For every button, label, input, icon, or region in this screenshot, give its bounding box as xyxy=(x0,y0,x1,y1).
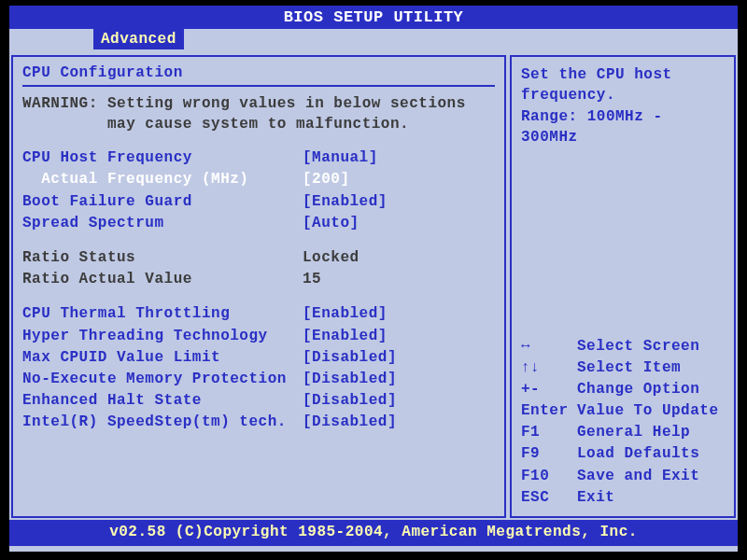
warning-text: WARNING: Setting wrong values in below s… xyxy=(22,94,495,134)
setting-cpu-thermal-throttling[interactable]: CPU Thermal Throttling [Enabled] xyxy=(22,303,495,325)
setting-value: [Enabled] xyxy=(303,191,495,213)
setting-value: [Manual] xyxy=(303,147,495,169)
key-desc: Select Item xyxy=(577,357,681,379)
info-label: Ratio Status xyxy=(22,247,303,269)
setting-no-execute-memory-protection[interactable]: No-Execute Memory Protection [Disabled] xyxy=(22,369,495,390)
key-select-screen: ↔Select Screen xyxy=(521,336,725,357)
setting-label: Boot Failure Guard xyxy=(22,191,303,213)
setting-value: [Disabled] xyxy=(303,390,495,412)
key-glyph: F10 xyxy=(521,466,577,487)
help-line: frequency. xyxy=(521,85,725,105)
key-load-defaults: F9Load Defaults xyxy=(521,443,725,465)
setting-label: No-Execute Memory Protection xyxy=(22,369,303,390)
key-glyph: ESC xyxy=(521,487,577,509)
title-bar: BIOS SETUP UTILITY xyxy=(9,6,738,29)
info-value: 15 xyxy=(303,269,495,290)
key-glyph: Enter xyxy=(521,400,577,422)
setting-enhanced-halt-state[interactable]: Enhanced Halt State [Disabled] xyxy=(22,390,495,412)
key-legend: ↔Select Screen ↑↓Select Item +-Change Op… xyxy=(521,336,725,510)
warning-line-2: may cause system to malfunction. xyxy=(107,116,409,133)
setting-label: CPU Host Frequency xyxy=(22,147,303,169)
key-desc: General Help xyxy=(577,422,690,443)
key-glyph: ↑↓ xyxy=(521,357,577,379)
warning-label: WARNING: xyxy=(22,95,98,112)
setting-value: [Disabled] xyxy=(303,347,495,369)
setting-label: Enhanced Halt State xyxy=(22,390,303,412)
setting-label: Max CPUID Value Limit xyxy=(22,347,303,369)
key-desc: Select Screen xyxy=(577,336,699,357)
section-heading: CPU Configuration xyxy=(22,64,495,81)
setting-value: [Disabled] xyxy=(303,369,495,390)
key-glyph: +- xyxy=(521,379,577,400)
setting-hyper-threading[interactable]: Hyper Threading Technology [Enabled] xyxy=(22,326,495,347)
info-label: Ratio Actual Value xyxy=(22,269,303,290)
setting-cpu-host-frequency[interactable]: CPU Host Frequency [Manual] xyxy=(22,147,495,169)
key-desc: Save and Exit xyxy=(577,466,699,487)
setting-value: [200] xyxy=(303,169,495,190)
divider xyxy=(22,85,495,87)
setting-intel-speedstep[interactable]: Intel(R) SpeedStep(tm) tech. [Disabled] xyxy=(22,412,495,433)
setting-label: CPU Thermal Throttling xyxy=(22,303,303,325)
help-line: Set the CPU host xyxy=(521,64,725,85)
info-ratio-status: Ratio Status Locked xyxy=(22,247,495,269)
setting-max-cpuid-limit[interactable]: Max CPUID Value Limit [Disabled] xyxy=(22,347,495,369)
footer-copyright: v02.58 (C)Copyright 1985-2004, American … xyxy=(9,520,738,546)
key-desc: Exit xyxy=(577,487,614,509)
setting-value: [Enabled] xyxy=(303,303,495,325)
key-desc: Load Defaults xyxy=(577,443,699,465)
setting-actual-frequency[interactable]: Actual Frequency (MHz) [200] xyxy=(22,169,495,190)
key-exit: ESCExit xyxy=(521,487,725,509)
info-value: Locked xyxy=(303,247,495,269)
key-glyph: ↔ xyxy=(521,336,577,357)
settings-panel: CPU Configuration WARNING: Setting wrong… xyxy=(11,55,506,518)
key-save-and-exit: F10Save and Exit xyxy=(521,466,725,487)
tab-strip: Advanced xyxy=(9,29,738,53)
setting-value: [Auto] xyxy=(303,213,495,234)
key-glyph: F1 xyxy=(521,422,577,443)
key-value-to-update: EnterValue To Update xyxy=(521,400,725,422)
setting-value: [Disabled] xyxy=(303,412,495,433)
setting-label: Hyper Threading Technology xyxy=(22,326,303,347)
key-glyph: F9 xyxy=(521,443,577,465)
setting-spread-spectrum[interactable]: Spread Spectrum [Auto] xyxy=(22,213,495,234)
setting-boot-failure-guard[interactable]: Boot Failure Guard [Enabled] xyxy=(22,191,495,213)
key-change-option: +-Change Option xyxy=(521,379,725,400)
warning-line-1: Setting wrong values in below sections xyxy=(107,95,466,112)
key-desc: Value To Update xyxy=(577,400,719,422)
tab-advanced[interactable]: Advanced xyxy=(92,29,186,51)
setting-label: Actual Frequency (MHz) xyxy=(22,169,303,190)
help-line: Range: 100MHz - 300MHz xyxy=(521,106,725,148)
info-ratio-actual-value: Ratio Actual Value 15 xyxy=(22,269,495,290)
setting-value: [Enabled] xyxy=(303,326,495,347)
key-select-item: ↑↓Select Item xyxy=(521,357,725,379)
key-general-help: F1General Help xyxy=(521,422,725,443)
key-desc: Change Option xyxy=(577,379,699,400)
setting-label: Intel(R) SpeedStep(tm) tech. xyxy=(22,412,303,433)
help-panel: Set the CPU host frequency. Range: 100MH… xyxy=(510,55,736,518)
setting-label: Spread Spectrum xyxy=(22,213,303,234)
